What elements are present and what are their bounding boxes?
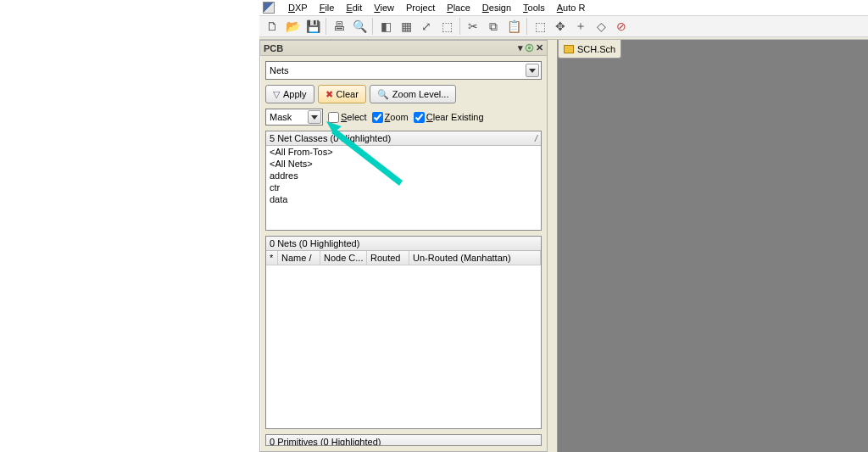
clear-existing-checkbox-input[interactable] [414, 112, 425, 123]
zoom-level-button-label: Zoom Level... [392, 89, 449, 99]
menu-tools[interactable]: Tools [523, 3, 545, 13]
app-icon [263, 2, 275, 14]
menu-project[interactable]: Project [406, 3, 435, 13]
toolbar-select-icon[interactable]: ⬚ [531, 17, 549, 36]
toolbar-preview-icon[interactable]: 🔍 [350, 17, 369, 36]
nets-header-text: 0 Nets (0 Highlighted) [270, 238, 359, 248]
list-item[interactable]: addres [266, 170, 541, 181]
chevron-down-icon[interactable] [526, 64, 539, 77]
panel-scope-value: Nets [270, 65, 289, 75]
toolbar-zoomfit-icon[interactable]: ⤢ [417, 17, 436, 36]
select-checkbox[interactable]: Select [328, 112, 367, 123]
toolbar-open-icon[interactable]: 📂 [283, 17, 302, 36]
panel-right-border [548, 40, 558, 452]
panel-pin-icon[interactable]: ⦿ [525, 43, 534, 53]
nets-grid-body[interactable] [266, 265, 541, 428]
workspace-area [548, 40, 868, 452]
panel-options-row: Mask Select Zoom Clear Existing [265, 109, 542, 126]
toolbar-sep [326, 18, 326, 35]
panel-dropdown-icon[interactable]: ▾ [518, 42, 523, 53]
mask-dropdown-value: Mask [270, 112, 292, 122]
toolbar-move-icon[interactable]: ✥ [551, 17, 570, 36]
panel-close-icon[interactable]: ✕ [536, 42, 543, 53]
menu-view[interactable]: View [374, 3, 394, 13]
menu-edit[interactable]: Edit [346, 3, 362, 13]
chevron-down-icon[interactable] [308, 110, 321, 124]
panel-scope-dropdown[interactable]: Nets [265, 61, 542, 80]
col-nodecount[interactable]: Node C... [320, 251, 367, 265]
panel-body: Nets ▽ Apply ✖ Clear 🔍 Zoom Level... Mas… [260, 56, 547, 451]
net-classes-header[interactable]: 5 Net Classes (0 Highlighted) / [266, 131, 541, 146]
clear-icon: ✖ [326, 89, 333, 100]
filter-icon: ▽ [273, 89, 280, 100]
toolbar-new-icon[interactable]: 🗋 [263, 17, 281, 36]
toolbar-save-icon[interactable]: 💾 [303, 17, 322, 36]
toolbar-paste-icon[interactable]: 📋 [504, 17, 523, 36]
mask-dropdown[interactable]: Mask [265, 109, 323, 126]
menu-place[interactable]: Place [447, 3, 470, 13]
panel-titlebar: PCB ▾ ⦿ ✕ [260, 41, 547, 56]
list-item[interactable]: <All From-Tos> [266, 146, 541, 158]
col-unrouted[interactable]: Un-Routed (Manhattan) [409, 251, 541, 265]
menu-design[interactable]: Design [482, 3, 511, 13]
toolbar-layers-icon[interactable]: ◧ [376, 17, 395, 36]
select-checkbox-label: Select [341, 112, 367, 122]
list-item[interactable]: <All Nets> [266, 158, 541, 170]
col-name[interactable]: Name / [278, 251, 320, 265]
toolbar-misc-icon[interactable]: ◇ [592, 17, 610, 36]
clear-existing-checkbox-label: Clear Existing [426, 112, 484, 122]
clear-button-label: Clear [337, 89, 359, 99]
col-marker[interactable]: * [266, 251, 278, 265]
toolbar-zoomarea-icon[interactable]: ⬚ [437, 17, 456, 36]
list-item[interactable]: data [266, 193, 541, 205]
zoom-level-button[interactable]: 🔍 Zoom Level... [370, 85, 457, 103]
zoom-checkbox-input[interactable] [372, 112, 383, 123]
zoom-checkbox-label: Zoom [385, 112, 409, 122]
net-classes-body: <All From-Tos> <All Nets> addres ctr dat… [266, 146, 541, 205]
toolbar-cut-icon[interactable]: ✂ [464, 17, 482, 36]
net-classes-header-text: 5 Net Classes (0 Highlighted) [270, 133, 391, 143]
primitives-header[interactable]: 0 Primitives (0 Highlighted) [266, 435, 541, 446]
document-tab[interactable]: SCH.Sch [558, 40, 621, 59]
col-routed[interactable]: Routed [367, 251, 409, 265]
toolbar-misc2-icon[interactable]: ⊘ [612, 17, 631, 36]
panel-title-text: PCB [264, 43, 283, 53]
toolbar-sep [526, 18, 527, 35]
menu-file[interactable]: File [320, 3, 335, 13]
pcb-panel: PCB ▾ ⦿ ✕ Nets ▽ Apply ✖ Clear 🔍 Zoom Le… [259, 40, 548, 452]
toolbar-copy-icon[interactable]: ⧉ [484, 17, 503, 36]
folder-icon [564, 45, 574, 53]
toolbar-cross-icon[interactable]: ＋ [571, 17, 590, 36]
clear-button[interactable]: ✖ Clear [318, 85, 366, 103]
menubar: DXP File Edit View Project Place Design … [259, 0, 588, 15]
primitives-header-text: 0 Primitives (0 Highlighted) [270, 437, 381, 446]
nets-list[interactable]: 0 Nets (0 Highlighted) * Name / Node C..… [265, 236, 542, 429]
nets-header[interactable]: 0 Nets (0 Highlighted) [266, 237, 541, 251]
nets-columns: * Name / Node C... Routed Un-Routed (Man… [266, 251, 541, 265]
toolbar-sep [459, 18, 460, 35]
apply-button-label: Apply [283, 89, 307, 99]
left-blank-area [0, 0, 259, 452]
panel-button-row: ▽ Apply ✖ Clear 🔍 Zoom Level... [265, 85, 542, 103]
select-checkbox-input[interactable] [328, 112, 339, 123]
magnifier-icon: 🔍 [377, 89, 389, 100]
toolbar-sep [372, 18, 373, 35]
menu-autoroute[interactable]: Auto R [557, 3, 586, 13]
zoom-checkbox[interactable]: Zoom [372, 112, 409, 123]
document-tab-label: SCH.Sch [577, 44, 615, 54]
toolbar-print-icon[interactable]: 🖶 [330, 17, 348, 36]
toolbar-stack-icon[interactable]: ▦ [397, 17, 415, 36]
apply-button[interactable]: ▽ Apply [265, 85, 314, 103]
toolbar: 🗋 📂 💾 🖶 🔍 ◧ ▦ ⤢ ⬚ ✂ ⧉ 📋 ⬚ ✥ ＋ ◇ ⊘ [259, 15, 868, 37]
sort-indicator: / [535, 133, 537, 143]
primitives-list[interactable]: 0 Primitives (0 Highlighted) [265, 434, 542, 446]
menu-dxp[interactable]: DXP [288, 3, 308, 13]
net-classes-list[interactable]: 5 Net Classes (0 Highlighted) / <All Fro… [265, 131, 542, 231]
clear-existing-checkbox[interactable]: Clear Existing [414, 112, 484, 123]
list-item[interactable]: ctr [266, 181, 541, 193]
